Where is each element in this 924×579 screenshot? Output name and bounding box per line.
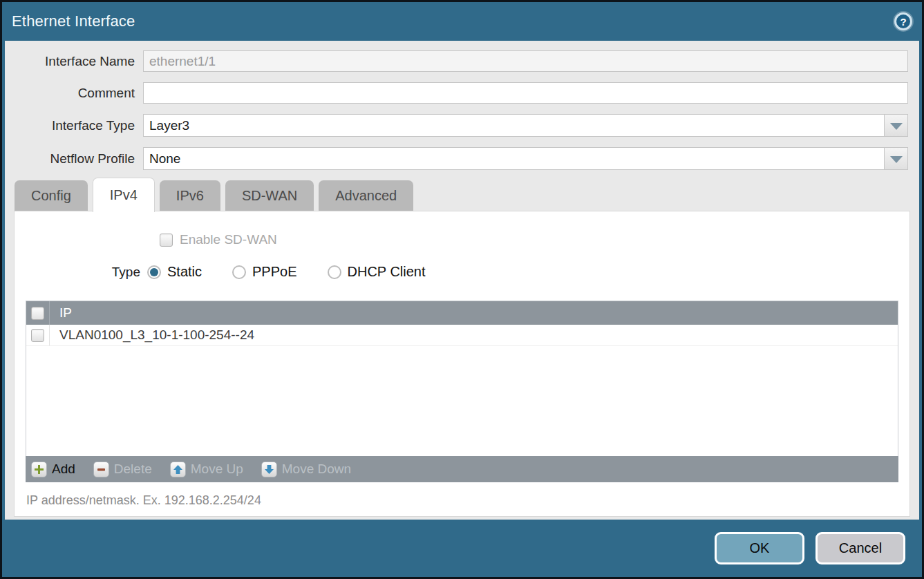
interface-type-label: Interface Type <box>5 118 143 133</box>
ip-table-header: IP <box>26 301 898 325</box>
move-up-button[interactable]: Move Up <box>170 462 243 477</box>
dialog-title: Ethernet Interface <box>12 12 135 30</box>
interface-name-field <box>143 50 908 72</box>
cancel-button[interactable]: Cancel <box>815 532 905 564</box>
netflow-profile-select[interactable]: None <box>143 147 908 170</box>
interface-name-row: Interface Name <box>5 50 919 72</box>
tab-strip: Config IPv4 IPv6 SD-WAN Advanced <box>15 180 919 211</box>
type-radio-group: Type Static PPPoE DHCP Client <box>15 264 909 280</box>
interface-type-select[interactable]: Layer3 <box>143 114 908 137</box>
ip-column-header: IP <box>50 301 72 325</box>
radio-pppoe-label: PPPoE <box>252 264 296 280</box>
move-up-button-label: Move Up <box>191 462 243 477</box>
ethernet-interface-dialog: Ethernet Interface ? Interface Name Comm… <box>0 0 924 579</box>
radio-pppoe-icon[interactable] <box>232 265 246 279</box>
ok-button[interactable]: OK <box>715 532 804 564</box>
chevron-down-icon[interactable] <box>884 148 907 169</box>
ip-format-hint: IP address/netmask. Ex. 192.168.2.254/24 <box>26 493 909 508</box>
dialog-body: Interface Name Comment Interface Type La… <box>5 41 919 520</box>
title-bar: Ethernet Interface ? <box>2 2 922 41</box>
delete-button[interactable]: Delete <box>93 462 152 477</box>
tab-ipv4[interactable]: IPv4 <box>93 178 155 212</box>
radio-option-static[interactable]: Static <box>147 264 202 280</box>
radio-static-icon[interactable] <box>147 265 161 279</box>
move-down-button[interactable]: Move Down <box>261 462 351 477</box>
row-checkbox[interactable] <box>31 329 44 342</box>
interface-type-row: Interface Type Layer3 <box>5 114 919 137</box>
select-all-checkbox[interactable] <box>31 307 44 320</box>
radio-static-label: Static <box>167 264 202 280</box>
tab-config[interactable]: Config <box>15 180 88 211</box>
enable-sdwan-checkbox[interactable] <box>160 234 173 247</box>
enable-sdwan-label: Enable SD-WAN <box>180 232 277 247</box>
ip-table: IP VLAN0100_L3_10-1-100-254--24 <box>26 301 898 456</box>
move-up-icon <box>170 462 186 477</box>
chevron-down-icon[interactable] <box>884 115 907 136</box>
table-toolbar: Add Delete Move Up <box>26 456 898 482</box>
comment-field[interactable] <box>143 82 908 104</box>
ipv4-tab-panel: Enable SD-WAN Type Static PPPoE DHCP Cli… <box>14 211 910 517</box>
delete-icon <box>93 462 109 477</box>
radio-dhcp-icon[interactable] <box>328 265 341 279</box>
dialog-footer: OK Cancel <box>2 520 922 577</box>
table-row[interactable]: VLAN0100_L3_10-1-100-254--24 <box>26 325 898 346</box>
comment-label: Comment <box>5 86 143 101</box>
netflow-profile-label: Netflow Profile <box>5 151 143 167</box>
radio-dhcp-label: DHCP Client <box>348 264 426 280</box>
ip-table-body: VLAN0100_L3_10-1-100-254--24 <box>26 325 898 456</box>
add-icon <box>31 462 47 477</box>
tab-ipv6[interactable]: IPv6 <box>160 180 220 211</box>
add-button-label: Add <box>52 462 75 477</box>
help-icon[interactable]: ? <box>894 12 912 30</box>
netflow-profile-value: None <box>144 148 884 169</box>
ip-cell: VLAN0100_L3_10-1-100-254--24 <box>50 325 254 345</box>
type-label: Type <box>15 265 147 280</box>
delete-button-label: Delete <box>114 462 152 477</box>
netflow-profile-row: Netflow Profile None <box>5 147 919 170</box>
interface-type-value: Layer3 <box>144 115 884 136</box>
move-down-button-label: Move Down <box>282 462 351 477</box>
add-button[interactable]: Add <box>31 462 75 477</box>
tab-advanced[interactable]: Advanced <box>319 180 413 211</box>
radio-option-pppoe[interactable]: PPPoE <box>232 264 296 280</box>
enable-sdwan-row: Enable SD-WAN <box>160 232 909 247</box>
move-down-icon <box>261 462 277 477</box>
comment-row: Comment <box>5 82 919 104</box>
radio-option-dhcp-client[interactable]: DHCP Client <box>328 264 426 280</box>
tab-sdwan[interactable]: SD-WAN <box>225 180 314 211</box>
interface-name-label: Interface Name <box>5 54 143 69</box>
